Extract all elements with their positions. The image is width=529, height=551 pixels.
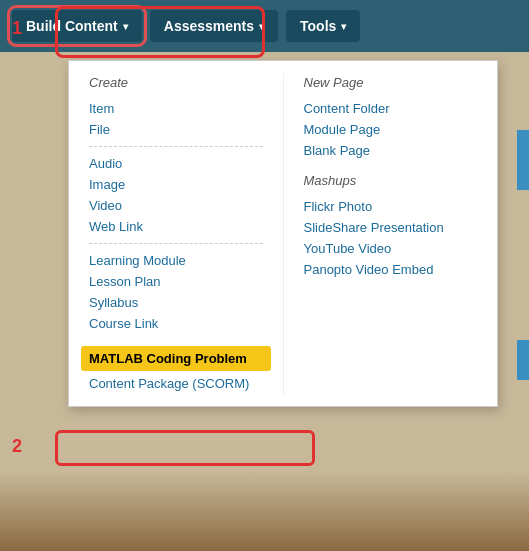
toolbar: Build Content ▾ Assessments ▾ Tools ▾ (0, 0, 529, 52)
menu-item-content-folder[interactable]: Content Folder (304, 98, 478, 119)
menu-item-scorm[interactable]: Content Package (SCORM) (89, 373, 263, 394)
assessments-chevron-icon: ▾ (259, 21, 264, 32)
section-gap (89, 334, 263, 344)
right-edge-blue-2 (517, 340, 529, 380)
menu-item-module-page[interactable]: Module Page (304, 119, 478, 140)
build-content-dropdown: Create Item File Audio Image Video Web L… (68, 60, 498, 407)
mashups-gap (304, 161, 478, 171)
build-content-button[interactable]: Build Content ▾ (12, 10, 142, 42)
menu-item-panopto[interactable]: Panopto Video Embed (304, 259, 478, 280)
assessments-label: Assessments (164, 18, 254, 34)
menu-item-blank-page[interactable]: Blank Page (304, 140, 478, 161)
menu-item-image[interactable]: Image (89, 174, 263, 195)
annotation-2-border (55, 430, 315, 466)
menu-item-file[interactable]: File (89, 119, 263, 140)
menu-item-slideshare[interactable]: SlideShare Presentation (304, 217, 478, 238)
tools-button[interactable]: Tools ▾ (286, 10, 360, 42)
menu-item-syllabus[interactable]: Syllabus (89, 292, 263, 313)
divider-1 (89, 146, 263, 147)
tools-chevron-icon: ▾ (341, 21, 346, 32)
create-header: Create (89, 75, 263, 90)
right-edge-blue-1 (517, 130, 529, 190)
menu-item-weblink[interactable]: Web Link (89, 216, 263, 237)
background-image-area (0, 471, 529, 551)
new-page-header: New Page (304, 75, 478, 90)
menu-item-video[interactable]: Video (89, 195, 263, 216)
create-column: Create Item File Audio Image Video Web L… (69, 73, 283, 394)
new-page-column: New Page Content Folder Module Page Blan… (283, 73, 498, 394)
menu-item-learning-module[interactable]: Learning Module (89, 250, 263, 271)
menu-item-flickr[interactable]: Flickr Photo (304, 196, 478, 217)
menu-item-item[interactable]: Item (89, 98, 263, 119)
divider-2 (89, 243, 263, 244)
menu-item-youtube[interactable]: YouTube Video (304, 238, 478, 259)
assessments-button[interactable]: Assessments ▾ (150, 10, 278, 42)
menu-item-matlab[interactable]: MATLAB Coding Problem (81, 346, 271, 371)
menu-item-lesson-plan[interactable]: Lesson Plan (89, 271, 263, 292)
mashups-header: Mashups (304, 173, 478, 188)
annotation-label-2: 2 (12, 436, 22, 457)
build-content-chevron-icon: ▾ (123, 21, 128, 32)
tools-label: Tools (300, 18, 336, 34)
menu-item-audio[interactable]: Audio (89, 153, 263, 174)
menu-item-course-link[interactable]: Course Link (89, 313, 263, 334)
build-content-label: Build Content (26, 18, 118, 34)
